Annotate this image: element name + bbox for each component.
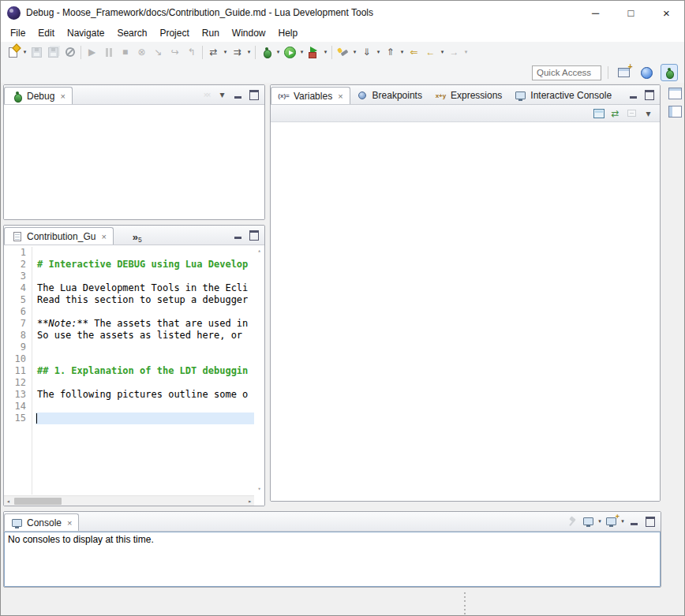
code-line[interactable] xyxy=(36,271,254,282)
menu-project[interactable]: Project xyxy=(153,25,195,41)
step-over-button[interactable]: ↪ xyxy=(167,43,183,61)
menu-window[interactable]: Window xyxy=(226,25,272,41)
view-menu-button[interactable]: ▾ xyxy=(215,88,230,103)
previous-annotation-button[interactable]: ⇑ xyxy=(382,43,399,61)
code-line[interactable] xyxy=(36,247,254,259)
run-button[interactable] xyxy=(282,43,298,61)
display-selected-console-button[interactable] xyxy=(581,514,596,529)
code-line[interactable] xyxy=(36,353,254,365)
code-line[interactable] xyxy=(36,377,254,389)
menu-help[interactable]: Help xyxy=(272,25,305,41)
open-console-button[interactable] xyxy=(604,514,619,529)
display-selected-console-dropdown[interactable]: ▾ xyxy=(597,518,603,525)
code-line[interactable]: **Note:** The assets that are used in xyxy=(36,318,254,330)
tab-interactive-console[interactable]: Interactive Console xyxy=(508,87,618,104)
more-tabs-indicator[interactable]: » 5 xyxy=(131,226,144,245)
close-icon[interactable]: × xyxy=(60,91,65,101)
scrollbar-thumb[interactable] xyxy=(14,498,62,505)
open-console-dropdown[interactable]: ▾ xyxy=(619,518,626,525)
run-to-line-dropdown[interactable]: ▾ xyxy=(245,49,253,55)
debug-perspective-button[interactable] xyxy=(661,64,678,81)
code-line[interactable]: The following pictures outline some o xyxy=(36,389,254,401)
maximize-button[interactable] xyxy=(642,88,657,103)
code-line[interactable] xyxy=(36,306,254,318)
new-dropdown[interactable]: ▾ xyxy=(21,49,28,55)
scroll-up-icon[interactable]: ▴ xyxy=(257,248,260,254)
minimize-button[interactable] xyxy=(626,88,641,103)
tab-variables[interactable]: (x)=Variables× xyxy=(271,87,350,104)
scroll-right-icon[interactable]: ▸ xyxy=(248,498,252,505)
close-icon[interactable]: × xyxy=(67,518,72,528)
minimize-button[interactable] xyxy=(627,514,642,529)
menu-search[interactable]: Search xyxy=(110,25,153,41)
code-line[interactable] xyxy=(36,413,254,424)
code-line[interactable]: The Lua Development Tools in the Ecli xyxy=(36,282,254,294)
search-button[interactable] xyxy=(335,43,351,61)
code-line[interactable]: # Interactive DEBUG using Lua Develop xyxy=(36,259,254,271)
last-edit-location-button[interactable]: ⇐ xyxy=(406,43,422,61)
external-tools-button[interactable] xyxy=(305,43,322,61)
tab-expressions[interactable]: x+yExpressions xyxy=(429,87,508,104)
minimized-view-1-button[interactable] xyxy=(668,88,682,99)
window-close-button[interactable]: × xyxy=(649,1,684,24)
tab-breakpoints[interactable]: Breakpoints xyxy=(350,87,429,104)
editor-body[interactable]: 123456789101112131415 # Interactive DEBU… xyxy=(4,245,264,506)
forward-dropdown[interactable]: ▾ xyxy=(462,49,470,55)
save-all-button[interactable] xyxy=(45,43,62,61)
sash-grip[interactable] xyxy=(462,592,467,614)
horizontal-scrollbar[interactable]: ◂ ▸ xyxy=(4,495,254,506)
step-return-button[interactable]: ↰ xyxy=(183,43,200,61)
quick-access-input[interactable]: Quick Access xyxy=(532,65,601,80)
open-perspective-button[interactable] xyxy=(615,64,632,81)
scroll-left-icon[interactable]: ◂ xyxy=(6,498,10,505)
view-menu-button[interactable]: ▾ xyxy=(641,106,656,121)
tab-console[interactable]: Console × xyxy=(4,513,79,531)
resume-button[interactable]: ▶ xyxy=(84,43,100,61)
forward-button[interactable]: → xyxy=(446,43,462,61)
code-line[interactable] xyxy=(36,401,254,413)
lua-perspective-button[interactable] xyxy=(638,64,655,81)
vertical-scrollbar[interactable]: ▴ ▾ xyxy=(254,245,264,495)
use-step-filters-dropdown[interactable]: ▾ xyxy=(222,49,229,55)
step-into-button[interactable]: ↘ xyxy=(150,43,167,61)
maximize-button[interactable] xyxy=(246,228,261,243)
window-minimize-button[interactable]: ─ xyxy=(578,1,613,24)
run-dropdown[interactable]: ▾ xyxy=(298,49,305,55)
search-dropdown[interactable]: ▾ xyxy=(351,49,358,55)
minimized-view-2-button[interactable] xyxy=(668,106,682,118)
show-logical-structures-button[interactable]: ⇄ xyxy=(608,106,623,121)
back-dropdown[interactable]: ▾ xyxy=(439,49,446,55)
external-tools-dropdown[interactable]: ▾ xyxy=(322,49,329,55)
code-area[interactable]: # Interactive DEBUG using Lua DevelopThe… xyxy=(36,247,254,495)
maximize-button[interactable] xyxy=(642,514,657,529)
tab-debug[interactable]: Debug × xyxy=(4,87,73,104)
use-step-filters-button[interactable]: ⇄ xyxy=(205,43,222,61)
minimize-button[interactable] xyxy=(230,228,245,243)
skip-all-breakpoints-button[interactable] xyxy=(62,43,78,61)
save-button[interactable] xyxy=(28,43,45,61)
next-annotation-button[interactable]: ⇓ xyxy=(358,43,375,61)
line-number-gutter[interactable]: 123456789101112131415 xyxy=(4,247,32,495)
debug-dropdown[interactable]: ▾ xyxy=(275,49,282,55)
code-line[interactable]: ## 1. Explanation of the LDT debuggin xyxy=(36,365,254,377)
collapse-all-button[interactable] xyxy=(624,106,639,121)
debug-button[interactable] xyxy=(258,43,275,61)
disconnect-button[interactable]: ⊗ xyxy=(133,43,150,61)
code-line[interactable] xyxy=(36,342,254,353)
previous-annotation-dropdown[interactable]: ▾ xyxy=(399,49,406,55)
menu-edit[interactable]: Edit xyxy=(32,25,61,41)
remove-all-terminated-button[interactable]: ×× xyxy=(199,88,214,103)
terminate-button[interactable]: ■ xyxy=(117,43,133,61)
run-to-line-button[interactable]: ⇉ xyxy=(229,43,245,61)
menu-navigate[interactable]: Navigate xyxy=(61,25,110,41)
close-icon[interactable]: × xyxy=(101,232,106,241)
tab-contribution-guide[interactable]: Contribution_Gu × xyxy=(4,227,114,245)
show-type-names-button[interactable] xyxy=(591,106,606,121)
minimize-button[interactable] xyxy=(230,88,245,103)
code-line[interactable]: So use the assets as listed here, or xyxy=(36,330,254,342)
window-maximize-button[interactable]: □ xyxy=(613,1,649,24)
menu-run[interactable]: Run xyxy=(196,25,226,41)
maximize-button[interactable] xyxy=(246,88,261,103)
close-icon[interactable]: × xyxy=(338,91,342,101)
pin-console-button[interactable] xyxy=(565,514,580,529)
